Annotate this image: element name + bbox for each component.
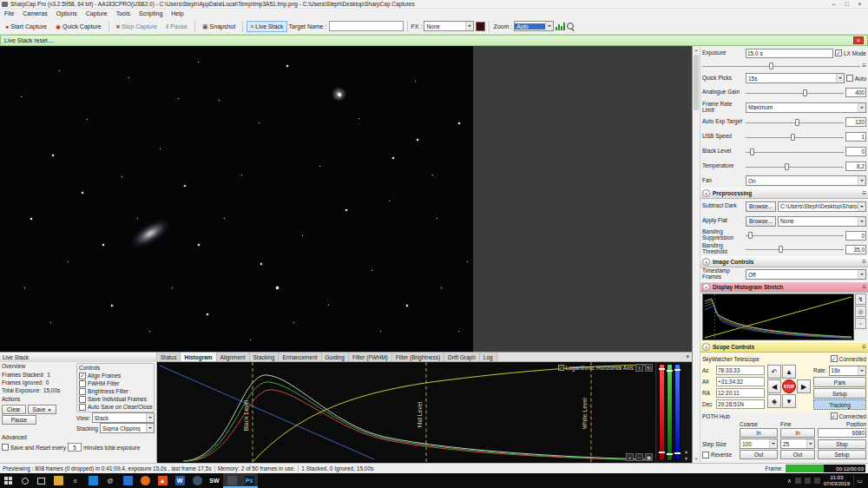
scope-setup-button[interactable]: Setup — [813, 388, 866, 399]
black-level-value[interactable]: 0 — [845, 147, 866, 156]
auto-exp-target-slider[interactable] — [746, 118, 844, 127]
apply-flat-dropdown[interactable]: None — [778, 216, 866, 227]
taskbar-app-photos[interactable] — [119, 473, 136, 488]
fan-dropdown[interactable]: On — [746, 175, 866, 186]
reset-stretch-icon[interactable]: ▫ — [855, 318, 866, 329]
tab-status[interactable]: Status — [157, 353, 181, 361]
menu-icon[interactable]: ≡ — [862, 259, 866, 266]
fine-step-dropdown[interactable]: 25 — [780, 439, 815, 449]
snapshot-button[interactable]: ▣Snapshot — [199, 21, 239, 32]
view-dropdown[interactable]: Stack — [92, 412, 155, 423]
scope-home-button[interactable]: ◈ — [767, 394, 781, 408]
histogram-icon[interactable] — [556, 22, 565, 30]
taskbar-app-store[interactable] — [84, 473, 102, 488]
fwhm-filter-checkbox[interactable] — [79, 380, 86, 387]
taskbar-app-sw[interactable]: SW — [206, 473, 223, 488]
banding-suppression-value[interactable]: 0 — [845, 231, 866, 241]
taskbar-app-mail[interactable]: @ — [102, 473, 119, 488]
white-level-marker[interactable]: White Level — [582, 398, 588, 430]
tab-alignment[interactable]: Alignment — [217, 353, 250, 361]
menu-icon[interactable]: ≡ — [862, 344, 866, 351]
magnifier-icon[interactable] — [567, 23, 575, 30]
scroll-down-icon[interactable]: ▼ — [693, 455, 700, 463]
focuser-setup-button[interactable]: Setup — [818, 450, 866, 459]
save-button[interactable]: Save▼ — [28, 405, 57, 414]
tab-log[interactable]: Log — [480, 353, 497, 361]
tray-icon[interactable] — [795, 478, 801, 484]
tab-stacking[interactable]: Stacking — [250, 353, 279, 361]
scope-stop-button[interactable]: STOP — [782, 379, 796, 393]
menu-cameras[interactable]: Cameras — [18, 9, 51, 18]
taskbar-app-vlc[interactable]: ▲ — [154, 473, 171, 488]
coarse-in-button[interactable]: In — [740, 428, 778, 438]
temperature-slider[interactable] — [746, 162, 844, 171]
menu-icon[interactable]: ≡ — [862, 284, 866, 291]
red-level-bar[interactable] — [659, 364, 665, 461]
brightness-filter-checkbox[interactable] — [79, 388, 86, 395]
minimize-button[interactable]: – — [827, 0, 840, 8]
fit-icon[interactable]: ▣ — [645, 453, 653, 461]
menu-options[interactable]: Options — [52, 9, 82, 18]
tray-icon[interactable] — [814, 478, 820, 484]
stop-capture-button[interactable]: ■Stop Capture — [113, 21, 161, 32]
start-capture-button[interactable]: ●Start Capture — [2, 21, 50, 32]
analogue-gain-slider[interactable] — [746, 89, 844, 97]
fine-out-button[interactable]: Out — [780, 450, 815, 459]
tab-filter-fwhm[interactable]: Filter (FWHM) — [349, 353, 392, 361]
mid-level-marker[interactable]: Mid Level — [417, 401, 423, 427]
menu-icon[interactable]: ≡ — [862, 190, 866, 197]
save-individual-frames-checkbox[interactable] — [79, 396, 86, 403]
rate-dropdown[interactable]: 16x — [829, 366, 866, 376]
image-controls-header[interactable]: ∧ Image Controls ≡ — [700, 256, 868, 267]
auto-checkbox[interactable] — [846, 75, 853, 82]
auto-stretch-icon[interactable]: ↯ — [855, 293, 866, 305]
subtract-dark-dropdown[interactable]: C:\Users\Steph\Desktop\SharpCap Cap... — [778, 201, 866, 212]
taskbar-app-firefox[interactable] — [136, 473, 154, 488]
panel-scrollbar[interactable]: ▲ ▼ — [693, 46, 700, 463]
refresh-icon[interactable]: ↻ — [645, 364, 653, 372]
lx-mode-checkbox[interactable]: ✓ — [835, 49, 842, 56]
action-center-icon[interactable]: ▭ — [853, 475, 865, 486]
banding-suppression-slider[interactable] — [746, 231, 844, 240]
timestamp-frames-dropdown[interactable]: Off — [746, 269, 866, 280]
subtract-dark-browse-button[interactable]: Browse... — [746, 201, 776, 212]
menu-tools[interactable]: Tools — [112, 9, 135, 18]
auto-exp-target-value[interactable]: 120 — [845, 117, 866, 127]
maximize-button[interactable]: □ — [840, 0, 853, 8]
taskbar-clock[interactable]: 21:03 07/03/2019 — [824, 475, 850, 487]
reverse-checkbox[interactable] — [702, 452, 709, 458]
target-icon[interactable]: ◎ — [855, 306, 866, 317]
usb-speed-value[interactable]: 1 — [845, 132, 866, 142]
black-level-slider[interactable] — [746, 148, 844, 156]
apply-flat-browse-button[interactable]: Browse... — [746, 216, 776, 227]
taskbar-app-sharpcap[interactable] — [223, 473, 240, 488]
debayer-swatch[interactable] — [476, 22, 485, 31]
pin-icon[interactable]: ▾ — [683, 353, 692, 361]
nudge-down-icon[interactable]: ▾ — [685, 455, 687, 461]
blue-level-bar[interactable] — [674, 364, 681, 461]
stretch-histogram[interactable] — [702, 293, 854, 340]
start-button[interactable] — [0, 473, 16, 488]
histogram-stretch-header[interactable]: ∧ Display Histogram Stretch ≡ — [700, 281, 868, 293]
histogram-graph[interactable]: Black Level Mid Level White Level ✓ Loga… — [157, 362, 655, 463]
scope-controls-header[interactable]: ∧ Scope Controls ≡ — [700, 341, 868, 353]
log-axis-checkbox[interactable]: ✓ — [558, 365, 564, 371]
task-view-button[interactable] — [33, 473, 49, 488]
exposure-slider[interactable] — [702, 62, 860, 70]
fx-dropdown[interactable]: None — [424, 21, 474, 31]
scope-up-button[interactable]: ▲ — [782, 365, 796, 379]
taskbar-app-edge[interactable]: e — [67, 473, 84, 488]
frame-rate-limit-dropdown[interactable]: Maximum — [746, 102, 866, 113]
zoom-in-icon[interactable]: + — [626, 453, 634, 461]
analogue-gain-value[interactable]: 400 — [845, 88, 866, 97]
search-button[interactable] — [16, 473, 33, 488]
taskbar-app-stellarium[interactable] — [188, 473, 206, 488]
fine-in-button[interactable]: In — [780, 428, 815, 438]
tab-histogram[interactable]: Histogram — [181, 353, 216, 361]
scope-connected-checkbox[interactable]: ✓ — [831, 355, 838, 362]
pause-button[interactable]: ‖Pause — [162, 21, 191, 32]
auto-save-checkbox[interactable] — [79, 404, 86, 411]
scope-down-button[interactable]: ▼ — [782, 394, 796, 408]
tracking-button[interactable]: Tracking — [813, 399, 866, 410]
coarse-step-dropdown[interactable]: 100 — [740, 439, 778, 449]
